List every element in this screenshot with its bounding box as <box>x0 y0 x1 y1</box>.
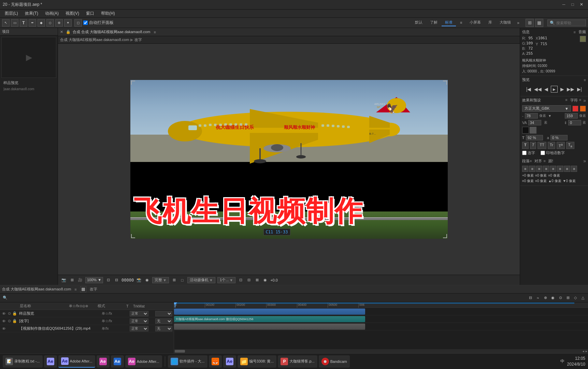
composition-viewer[interactable]: 🦅 祝大咖猫生日快乐 顺风顺水顺财神 <box>58 44 520 275</box>
timeline-menu[interactable]: ≡ <box>74 287 76 291</box>
layer-3-mode[interactable]: 正常 <box>130 326 148 331</box>
align-menu[interactable]: ≡ <box>543 159 545 163</box>
overlay-1[interactable]: ⊡ <box>238 277 244 283</box>
align-left[interactable]: ≡ <box>522 166 528 172</box>
workspace-library[interactable]: 库 <box>485 19 496 26</box>
style-smallcaps[interactable]: Tr <box>548 142 555 149</box>
workspace-default[interactable]: 默认 <box>412 19 426 26</box>
tl-solo[interactable]: ◉ <box>550 295 556 301</box>
3d-btn[interactable]: □ <box>179 277 185 283</box>
fit-btn[interactable]: ⊡ <box>105 277 111 283</box>
layer-1-eye[interactable]: 👁 <box>1 312 6 316</box>
quality-dropdown[interactable]: 完整 ▼ <box>152 277 169 283</box>
comp-color-swatch[interactable] <box>80 286 86 292</box>
tl-hide[interactable]: △ <box>580 295 586 301</box>
prev-first[interactable]: |◀ <box>526 86 531 92</box>
search-box[interactable]: 🔍 <box>547 19 586 26</box>
taskbar-app-notepad[interactable]: 📝 录制教程.txt -... <box>3 355 43 368</box>
tl-add-marker[interactable]: ⊞ <box>565 295 571 301</box>
layer-1-mode[interactable]: 正常 <box>130 311 148 316</box>
layer-row-1[interactable]: 👁 ⊙ 🔒 样品预览 单☆/fx 正常 <box>0 310 174 317</box>
effects-menu[interactable]: ≡ <box>565 98 567 103</box>
scale-value[interactable]: 92 % <box>526 135 543 140</box>
layer-2-mode[interactable]: 正常 <box>130 318 148 324</box>
workspace-more[interactable]: » <box>515 20 521 25</box>
taskbar-app-folder[interactable]: 📁 编号3308: 黄... <box>238 355 277 368</box>
prev-back[interactable]: ◀◀ <box>534 86 542 92</box>
work-area-bar[interactable] <box>174 302 574 304</box>
snapshot-btn[interactable]: 📷 <box>61 277 67 283</box>
menu-animation[interactable]: 动画(A) <box>42 10 61 17</box>
tl-motion-blur[interactable]: ≈ <box>535 295 541 301</box>
viewer-mode-btn[interactable]: ⊞ <box>171 277 177 283</box>
close-button[interactable]: ✕ <box>578 1 585 8</box>
play-button[interactable]: ▶ <box>551 86 558 93</box>
layer-2-lock[interactable]: 🔒 <box>12 319 17 323</box>
toolbar-text[interactable]: T <box>20 19 27 27</box>
timeline-label[interactable]: 改字 <box>90 287 97 292</box>
ligature-check[interactable] <box>522 151 527 155</box>
scrollbar-thumb[interactable] <box>175 350 185 353</box>
search-input[interactable] <box>556 21 584 25</box>
taskbar-app-ae2[interactable]: Ae Adobe After... <box>58 355 95 368</box>
taskbar-app-firefox[interactable]: 🦊 <box>209 355 222 368</box>
va-value[interactable]: 34 <box>528 120 541 125</box>
tl-draft[interactable]: ◇ <box>572 295 578 301</box>
tl-search[interactable]: 🔍 <box>2 295 8 301</box>
layer-2-trkmat[interactable]: 无 <box>155 318 172 324</box>
swatch-black[interactable] <box>522 127 529 134</box>
taskbar-app-ae6[interactable]: Ae <box>223 355 236 368</box>
layer-row-2[interactable]: 👁 ⊙ 🔒 [改字] 单☆/fx 正常 无 <box>0 317 174 325</box>
tl-snap[interactable]: ⊙ <box>557 295 563 301</box>
taskbar-app-ae3[interactable]: Ae <box>97 355 110 368</box>
workspace-icon-btn[interactable]: ⊞ <box>526 19 534 27</box>
toolbar-hand[interactable]: ✦ <box>64 19 72 27</box>
align-center[interactable]: ≡ <box>529 166 535 172</box>
tl-render-lock[interactable]: ⊟ <box>527 295 533 301</box>
style-sub[interactable]: Ta <box>566 142 574 149</box>
maximize-button[interactable]: □ <box>570 1 576 8</box>
swatch-gray[interactable] <box>530 127 536 134</box>
prev-step-fwd[interactable]: ▶ <box>560 86 564 92</box>
char-expand[interactable]: » <box>583 98 586 103</box>
layer-1-solo[interactable]: ⊙ <box>7 311 12 316</box>
layer-3-trkmat[interactable]: 无 <box>155 326 172 331</box>
preview-menu[interactable]: ≡ <box>584 78 586 82</box>
track-1-block[interactable] <box>174 309 365 315</box>
region-btn[interactable]: ⊟ <box>113 277 119 283</box>
baseline-value[interactable]: 0 % <box>550 135 568 140</box>
camera-dropdown[interactable]: 活动摄像机 ▼ <box>187 277 215 283</box>
timeline-scrollbar[interactable]: ◂ ▸ <box>174 349 588 353</box>
ligature-label[interactable]: 连字 <box>522 150 535 155</box>
para-menu[interactable]: ≡ <box>530 159 532 163</box>
char-menu[interactable]: ≡ <box>579 98 581 103</box>
hindi-label[interactable]: 印地语数字 <box>541 150 565 155</box>
auto-open-panel[interactable]: 自动打开面板 <box>83 20 114 26</box>
workspace-menu[interactable]: ≡ <box>457 20 465 26</box>
track-3-block[interactable] <box>174 324 365 330</box>
toolbar-camera[interactable]: ⊕ <box>55 19 63 27</box>
lang-indicator[interactable]: 中 <box>560 358 564 364</box>
line-spacing[interactable]: 0 <box>568 120 581 125</box>
taskbar-app-ae1[interactable]: Ae <box>44 355 57 368</box>
align-justify[interactable]: ≡ <box>543 166 549 172</box>
window-controls[interactable]: ─ □ ✕ <box>561 1 585 8</box>
style-bold[interactable]: T <box>522 142 529 149</box>
toolbar-brush[interactable]: ◆ <box>38 19 45 27</box>
minimize-button[interactable]: ─ <box>561 1 567 8</box>
prev-step-back[interactable]: ◀ <box>544 86 548 92</box>
grid-btn[interactable]: ⊞ <box>69 277 75 283</box>
motion-btn[interactable]: 🎥 <box>77 277 83 283</box>
color-btn-red[interactable] <box>572 106 578 112</box>
workspace-cat[interactable]: 大咖猫 <box>496 19 514 26</box>
zoom-out[interactable]: ◂ <box>583 350 584 353</box>
taskbar-app-ae4[interactable]: Ae <box>111 355 124 368</box>
toolbar-pen[interactable]: ✒ <box>29 19 36 27</box>
menu-window[interactable]: 窗口 <box>83 10 97 17</box>
style-allcaps[interactable]: TT <box>537 142 546 149</box>
comp-tab-close[interactable]: ✕ <box>60 30 63 34</box>
layer-1-trkmat[interactable] <box>155 311 172 316</box>
align-justify5[interactable]: ≡ <box>571 166 577 172</box>
workspace-standard[interactable]: 标准 <box>442 19 456 26</box>
workspace-small[interactable]: 小屏幕 <box>466 19 484 26</box>
